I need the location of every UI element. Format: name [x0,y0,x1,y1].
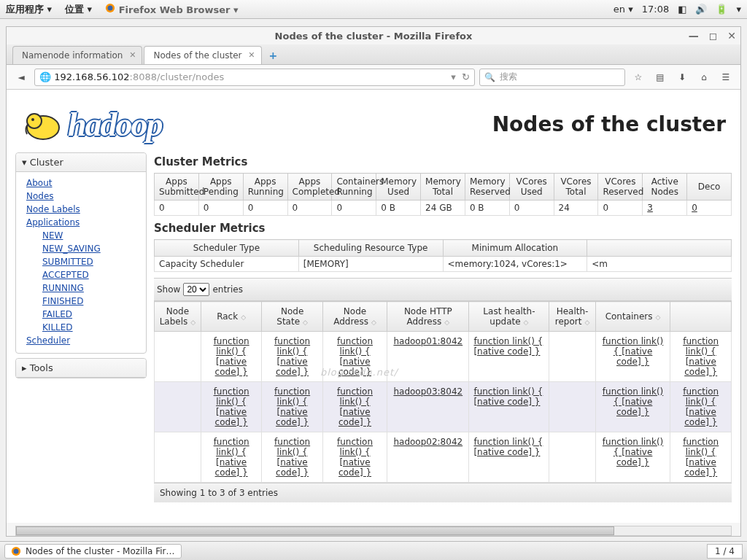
close-window-button[interactable]: ✕ [727,30,736,42]
node-http-link[interactable]: function link() { [native code] } [683,437,719,478]
sidebar-appstate-finished[interactable]: FINISHED [42,295,143,308]
power-icon[interactable]: ▾ [736,4,741,15]
sidebar-appstate-killed[interactable]: KILLED [42,321,143,334]
downloads-icon[interactable]: ⬇ [673,69,691,86]
node-http-link[interactable]: function link() { [native code] } [683,336,719,377]
close-tab-icon[interactable]: ✕ [129,50,136,60]
node-http-link[interactable]: hadoop02:8042 [393,437,462,447]
nodes-header[interactable]: Rack◇ [201,302,261,332]
new-tab-button[interactable]: + [263,47,284,64]
sidebar-appstate-failed[interactable]: FAILED [42,308,143,321]
firefox-app-menu[interactable]: Firefox Web Browser ▾ [105,3,238,16]
sm-header [587,240,732,257]
tab-nodes[interactable]: Nodes of the cluster ✕ [144,46,261,64]
node-http-link[interactable]: function link() { [native code] } [337,386,373,427]
node-http-link[interactable]: hadoop01:8042 [393,336,462,346]
minimize-button[interactable]: — [689,30,699,42]
node-http-link[interactable]: function link() { [native code] } [214,336,249,377]
table-cell: function link() { [native code] } [262,382,322,432]
bottom-taskbar: Nodes of the cluster - Mozilla Fir… 1 / … [0,541,747,560]
menu-icon[interactable]: ☰ [717,69,735,86]
nodes-header[interactable]: Containers◇ [595,302,670,332]
back-button[interactable]: ◄ [12,69,30,86]
applications-menu[interactable]: 应用程序 ▾ [6,3,52,16]
table-cell [549,382,595,432]
sidebar-cluster-head[interactable]: ▾ Cluster [16,153,146,172]
node-http-link[interactable]: function link() { [native code] } [603,336,663,367]
sidebar-link-nodes[interactable]: Nodes [26,190,143,203]
table-cell: function link() { [native code] } [201,332,261,382]
sidebar-link-about[interactable]: About [26,176,143,190]
entries-select[interactable]: 20 [183,283,209,296]
scheduler-metrics-table: Scheduler TypeScheduling Resource TypeMi… [154,239,732,272]
input-language[interactable]: en ▾ [614,4,633,15]
show-label: Show [157,284,180,295]
taskbar-entry[interactable]: Nodes of the cluster - Mozilla Fir… [4,544,182,559]
places-menu[interactable]: 位置 ▾ [65,3,92,16]
cm-header: VCores Total [554,174,598,201]
bookmark-star-icon[interactable]: ☆ [630,69,647,86]
node-http-link[interactable]: hadoop03:8042 [393,386,462,397]
cm-value: 0 [287,201,332,216]
nodes-header[interactable]: Node Address◇ [322,302,387,332]
node-http-link[interactable]: function link() { [native code] } [337,336,373,377]
nodes-header[interactable]: Health-report◇ [549,302,595,332]
maximize-button[interactable]: ◻ [709,30,718,42]
tab-namenode[interactable]: Namenode information ✕ [12,46,142,64]
sidebar-appstate-submitted[interactable]: SUBMITTED [42,255,143,268]
tray-icon[interactable]: ◧ [678,4,686,15]
cm-header: Memory Reserved [465,174,509,201]
entries-label: entries [212,284,243,295]
nodes-header[interactable] [670,302,732,332]
sm-header: Scheduler Type [155,240,299,257]
node-http-link[interactable]: function link() { [native code] } [214,386,249,427]
node-http-link[interactable]: function link() { [native code] } [274,336,310,377]
nodes-header[interactable]: Last health-update◇ [469,302,549,332]
clock: 17:08 [642,4,669,15]
close-tab-icon[interactable]: ✕ [248,50,255,60]
cm-header: Memory Used [376,174,421,201]
sidebar-link-applications[interactable]: Applications [26,216,143,229]
sidebar-appstate-running[interactable]: RUNNING [42,281,143,295]
hadoop-logo: hadoop [21,98,240,149]
sidebar-appstate-new[interactable]: NEW [42,229,143,242]
node-http-link[interactable]: function link() { [native code] } [473,336,543,357]
table-cell: function link() { [native code] } [595,432,670,483]
nodes-header[interactable]: Node State◇ [262,302,322,332]
library-icon[interactable]: ▤ [651,69,669,86]
cluster-metrics-title: Cluster Metrics [154,155,732,168]
node-http-link[interactable]: function link() { [native code] } [683,386,719,427]
sidebar-appstate-new_saving[interactable]: NEW_SAVING [42,242,143,255]
sidebar-link-scheduler[interactable]: Scheduler [26,334,143,347]
page-content: hadoop Nodes of the cluster ▾ Cluster Ab… [7,90,740,523]
node-http-link[interactable]: function link() { [native code] } [214,437,249,478]
nodes-header[interactable]: Node HTTP Address◇ [387,302,469,332]
sidebar-tools-head[interactable]: ▸ Tools [16,359,146,378]
sidebar-appstate-accepted[interactable]: ACCEPTED [42,268,143,281]
node-http-link[interactable]: function link() { [native code] } [274,437,310,478]
node-http-link[interactable]: function link() { [native code] } [337,437,373,478]
workspace-pager[interactable]: 1 / 4 [707,544,743,559]
search-bar[interactable]: 🔍 搜索 [479,69,625,86]
url-bar[interactable]: 🌐 192.168.56.102:8088/cluster/nodes ▾ ↻ [34,69,475,86]
node-http-link[interactable]: function link() { [native code] } [473,386,543,407]
cm-header: Apps Submitted [155,174,199,201]
firefox-window: Nodes of the cluster - Mozilla Firefox —… [6,26,741,537]
tab-strip: Namenode information ✕ Nodes of the clus… [7,44,740,65]
table-cell: function link() { [native code] } [322,382,387,432]
volume-icon[interactable]: 🔊 [695,4,707,15]
cm-value: 0 [198,201,243,216]
main-content: Cluster Metrics Apps SubmittedApps Pendi… [154,152,732,502]
node-http-link[interactable]: function link() { [native code] } [603,437,663,467]
horizontal-scrollbar[interactable] [15,526,732,536]
node-http-link[interactable]: function link() { [native code] } [473,437,543,457]
table-cell [155,332,201,382]
sidebar-link-node-labels[interactable]: Node Labels [26,203,143,216]
nodes-header[interactable]: Node Labels◇ [155,302,201,332]
datatable-info: Showing 1 to 3 of 3 entries [154,483,732,502]
home-icon[interactable]: ⌂ [695,69,713,86]
task-label: Nodes of the cluster - Mozilla Fir… [26,546,175,556]
battery-icon[interactable]: 🔋 [716,4,727,15]
node-http-link[interactable]: function link() { [native code] } [274,386,310,427]
node-http-link[interactable]: function link() { [native code] } [603,386,663,417]
